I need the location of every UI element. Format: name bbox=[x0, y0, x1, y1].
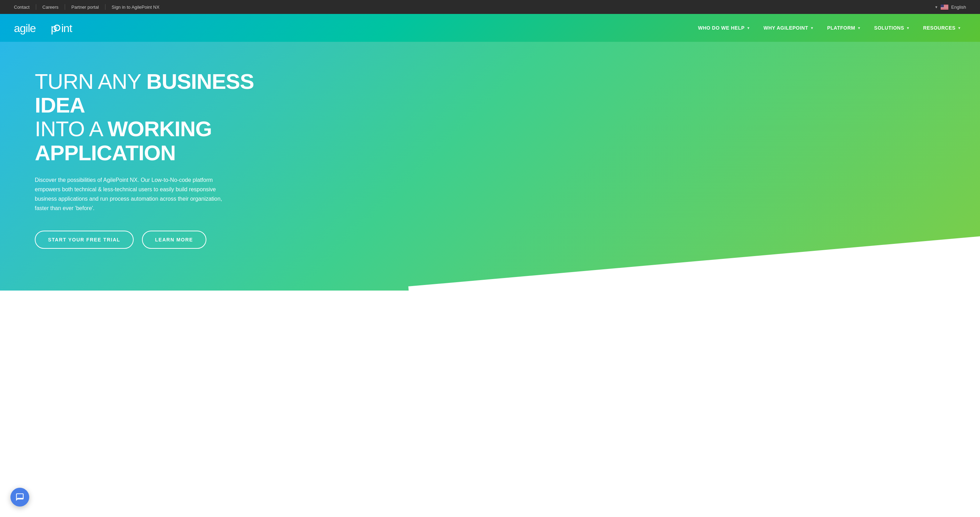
topbar-careers-link[interactable]: Careers bbox=[36, 0, 65, 14]
nav-who-we-help[interactable]: WHO DO WE HELP ▼ bbox=[693, 22, 755, 34]
nav-resources[interactable]: RESOURCES ▼ bbox=[918, 22, 966, 34]
learn-more-button[interactable]: LEARN MORE bbox=[142, 231, 206, 249]
svg-rect-11 bbox=[941, 9, 948, 9]
svg-text:p: p bbox=[51, 22, 57, 35]
hero-subtitle: Discover the possibilities of AgilePoint… bbox=[35, 175, 237, 213]
svg-rect-12 bbox=[941, 9, 948, 10]
hero-section: TURN ANY BUSINESS IDEA INTO A WORKING AP… bbox=[0, 42, 980, 290]
nav-platform[interactable]: PLATFORM ▼ bbox=[822, 22, 866, 34]
nav-arrow-2: ▼ bbox=[857, 26, 861, 30]
hero-title: TURN ANY BUSINESS IDEA INTO A WORKING AP… bbox=[35, 70, 272, 165]
logo[interactable]: agile int p bbox=[14, 20, 84, 35]
svg-rect-8 bbox=[941, 8, 948, 8]
svg-text:agile: agile bbox=[14, 22, 36, 35]
hero-content: TURN ANY BUSINESS IDEA INTO A WORKING AP… bbox=[35, 70, 272, 249]
topbar: Contact Careers Partner portal Sign in t… bbox=[0, 0, 980, 14]
svg-text:int: int bbox=[61, 22, 72, 35]
svg-rect-13 bbox=[941, 5, 944, 7]
hero-buttons: START YOUR FREE TRIAL LEARN MORE bbox=[35, 231, 272, 249]
svg-rect-7 bbox=[941, 7, 948, 8]
main-nav: WHO DO WE HELP ▼ WHY AGILEPOINT ▼ PLATFO… bbox=[693, 22, 966, 34]
start-trial-button[interactable]: START YOUR FREE TRIAL bbox=[35, 231, 134, 249]
topbar-links: Contact Careers Partner portal Sign in t… bbox=[14, 0, 165, 14]
header: agile int p WHO DO WE HELP ▼ WHY AGILEPO… bbox=[0, 14, 980, 42]
nav-arrow-3: ▼ bbox=[906, 26, 910, 30]
topbar-signin-link[interactable]: Sign in to AgilePoint NX bbox=[105, 0, 165, 14]
nav-arrow-4: ▼ bbox=[958, 26, 961, 30]
nav-why-agilepoint[interactable]: WHY AGILEPOINT ▼ bbox=[759, 22, 819, 34]
us-flag-icon bbox=[941, 5, 948, 10]
topbar-language[interactable]: ▼ English bbox=[934, 5, 966, 10]
nav-arrow-0: ▼ bbox=[747, 26, 750, 30]
logo-svg: agile int p bbox=[14, 20, 84, 35]
nav-solutions[interactable]: SOLUTIONS ▼ bbox=[869, 22, 915, 34]
svg-rect-10 bbox=[941, 8, 948, 9]
svg-rect-9 bbox=[941, 8, 948, 8]
topbar-contact-link[interactable]: Contact bbox=[14, 0, 36, 14]
language-dropdown-arrow: ▼ bbox=[934, 5, 938, 9]
topbar-partner-link[interactable]: Partner portal bbox=[65, 0, 105, 14]
language-label: English bbox=[951, 5, 966, 10]
nav-arrow-1: ▼ bbox=[810, 26, 814, 30]
